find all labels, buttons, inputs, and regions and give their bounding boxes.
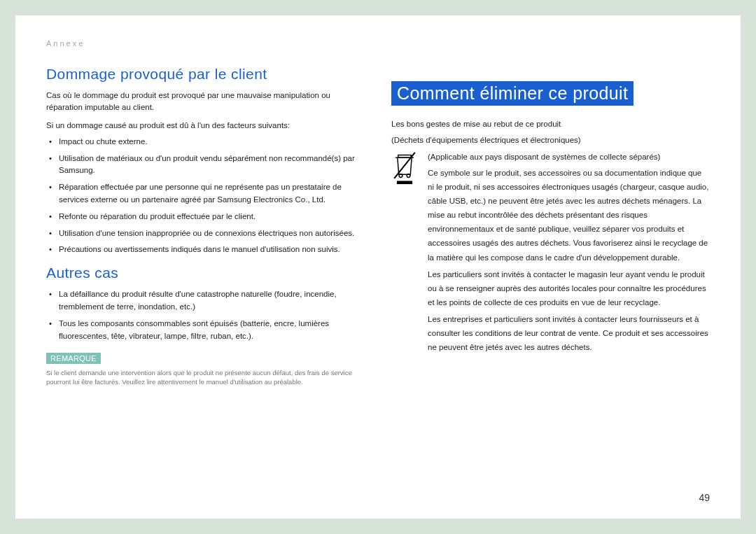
intro-paragraph-2: Si un dommage causé au produit est dû à …	[46, 120, 365, 132]
disposal-paragraph-3: Les entreprises et particuliers sont inv…	[428, 312, 710, 354]
list-item: Réparation effectuée par une personne qu…	[59, 181, 365, 206]
section-breadcrumb: Annexe	[46, 39, 365, 48]
intro-paragraph: Cas où le dommage du produit est provoqu…	[46, 90, 365, 114]
heading-disposal: Comment éliminer ce produit	[391, 81, 634, 106]
svg-point-2	[407, 174, 410, 177]
list-item: Précautions ou avertissements indiqués d…	[59, 244, 365, 256]
page-number: 49	[699, 492, 710, 503]
right-column: Comment éliminer ce produit Les bons ges…	[391, 39, 710, 498]
disposal-line-1: Les bons gestes de mise au rebut de ce p…	[391, 118, 710, 130]
list-item: Impact ou chute externe.	[59, 136, 365, 148]
svg-rect-4	[397, 181, 412, 184]
svg-point-1	[399, 174, 402, 177]
list-item: La défaillance du produit résulte d'une …	[59, 288, 365, 314]
bullet-list-1: Impact ou chute externe. Utilisation de …	[46, 136, 365, 257]
weee-bin-icon	[391, 151, 418, 358]
disposal-paragraph-1: Ce symbole sur le produit, ses accessoir…	[428, 166, 710, 265]
disposal-text-block: (Applicable aux pays disposant de systèm…	[428, 151, 710, 358]
applicable-note: (Applicable aux pays disposant de systèm…	[428, 151, 710, 163]
heading-damage-client: Dommage provoqué par le client	[46, 66, 365, 83]
remark-badge: REMARQUE	[46, 353, 101, 364]
disposal-paragraph-2: Les particuliers sont invités à contacte…	[428, 267, 710, 309]
list-item: Refonte ou réparation du produit effectu…	[59, 211, 365, 223]
heading-other-cases: Autres cas	[46, 265, 365, 281]
list-item: Utilisation d'une tension inappropriée o…	[59, 227, 365, 240]
left-column: Annexe Dommage provoqué par le client Ca…	[46, 39, 365, 498]
remark-text: Si le client demande une intervention al…	[46, 368, 365, 388]
spacer	[391, 39, 710, 81]
disposal-line-2: (Déchets d'équipements électriques et él…	[391, 134, 710, 146]
document-page: Annexe Dommage provoqué par le client Ca…	[15, 15, 741, 519]
list-item: Utilisation de matériaux ou d'un produit…	[59, 153, 365, 178]
bullet-list-2: La défaillance du produit résulte d'une …	[46, 288, 365, 342]
disposal-block: (Applicable aux pays disposant de systèm…	[391, 151, 710, 358]
list-item: Tous les composants consommables sont ép…	[59, 318, 365, 343]
